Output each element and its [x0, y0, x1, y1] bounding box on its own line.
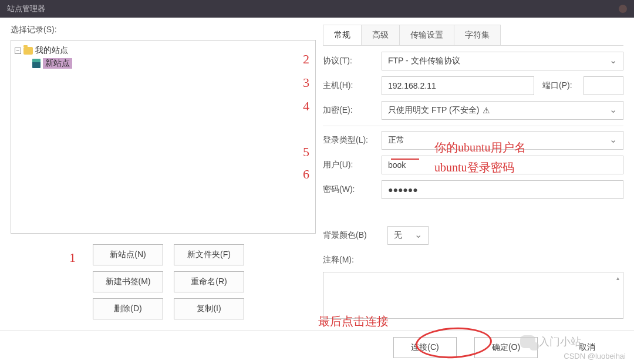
annot-5: 5: [303, 144, 309, 160]
window-title: 站点管理器: [7, 4, 45, 14]
port-input[interactable]: [584, 76, 623, 95]
wechat-text: 入门小站: [539, 335, 581, 349]
select-record-label: 选择记录(S):: [11, 25, 316, 35]
logintype-label: 登录类型(L):: [323, 135, 376, 146]
rename-button[interactable]: 重命名(R): [174, 271, 244, 292]
annot-pass-hint: ubuntu登录密码: [434, 160, 514, 176]
annot-1: 1: [69, 250, 76, 265]
titlebar: 站点管理器: [0, 0, 634, 18]
tree-root-label: 我的站点: [35, 45, 68, 56]
tree-root[interactable]: − 我的站点: [15, 44, 312, 57]
site-buttons: 新站点(N) 新文件夹(F) 新建书签(M) 重命名(R) 删除(D) 复制(I…: [11, 244, 316, 319]
tab-advanced[interactable]: 高级: [362, 25, 400, 45]
wechat-watermark: 入门小站: [520, 335, 581, 349]
encryption-select[interactable]: 只使用明文 FTP (不安全) ⚠: [382, 101, 623, 120]
protocol-select[interactable]: FTP - 文件传输协议: [382, 52, 623, 70]
protocol-label: 协议(T):: [323, 56, 376, 66]
folder-icon: [23, 47, 33, 55]
host-value: 192.168.2.11: [388, 81, 436, 90]
right-pane: 常规 高级 传输设置 字符集 协议(T): FTP - 文件传输协议 主机(H)…: [323, 25, 623, 331]
left-pane: 选择记录(S): − 我的站点 新站点 新站点(N) 新文件夹(F) 新建书签(…: [11, 25, 316, 331]
tree-item-newsite[interactable]: 新站点: [32, 57, 312, 70]
site-tree[interactable]: − 我的站点 新站点: [11, 40, 316, 234]
host-input[interactable]: 192.168.2.11: [382, 76, 534, 95]
encryption-label: 加密(E):: [323, 105, 376, 116]
annot-user-underline: [391, 159, 419, 160]
password-input[interactable]: ●●●●●●: [382, 180, 623, 199]
copy-button[interactable]: 复制(I): [174, 298, 244, 319]
site-icon: [32, 59, 41, 68]
tree-collapse-icon[interactable]: −: [15, 48, 21, 54]
password-label: 密码(W):: [323, 184, 376, 195]
tab-general[interactable]: 常规: [323, 25, 362, 45]
tab-transfer[interactable]: 传输设置: [400, 25, 454, 45]
bgcolor-label: 背景颜色(B): [323, 230, 382, 241]
csdn-watermark: CSDN @luobeihai: [564, 352, 626, 360]
protocol-value: FTP - 文件传输协议: [388, 56, 460, 66]
annot-user-hint: 你的ubuntu用户名: [434, 140, 526, 156]
close-icon[interactable]: [619, 5, 627, 13]
bgcolor-value: 无: [394, 230, 402, 241]
comment-textarea[interactable]: [323, 272, 623, 319]
password-value: ●●●●●●: [388, 185, 418, 194]
new-folder-button[interactable]: 新文件夹(F): [174, 244, 244, 265]
bgcolor-select[interactable]: 无: [387, 226, 429, 245]
user-value: book: [388, 160, 406, 170]
general-form: 协议(T): FTP - 文件传输协议 主机(H): 192.168.2.11 …: [323, 45, 623, 319]
logintype-value: 正常: [388, 135, 404, 146]
annot-connect-hint: 最后点击连接: [318, 314, 389, 329]
new-site-button[interactable]: 新站点(N): [93, 244, 163, 265]
tree-item-label: 新站点: [43, 58, 72, 69]
content-area: 选择记录(S): − 我的站点 新站点 新站点(N) 新文件夹(F) 新建书签(…: [0, 18, 634, 331]
delete-button[interactable]: 删除(D): [93, 298, 163, 319]
annot-2: 2: [303, 52, 309, 67]
connect-button[interactable]: 连接(C): [393, 337, 457, 358]
warning-icon: ⚠: [483, 106, 490, 115]
tab-bar: 常规 高级 传输设置 字符集: [323, 25, 501, 45]
annot-3: 3: [303, 75, 309, 90]
new-bookmark-button[interactable]: 新建书签(M): [93, 271, 163, 292]
annot-4: 4: [303, 99, 309, 114]
host-label: 主机(H):: [323, 80, 376, 91]
user-label: 用户(U):: [323, 160, 376, 170]
comment-label: 注释(M):: [323, 255, 376, 265]
tab-charset[interactable]: 字符集: [454, 25, 500, 45]
port-label: 端口(P):: [542, 80, 578, 91]
divider: [323, 126, 623, 126]
wechat-icon: [520, 335, 535, 348]
annot-6: 6: [303, 167, 309, 182]
encryption-value: 只使用明文 FTP (不安全): [388, 105, 479, 116]
